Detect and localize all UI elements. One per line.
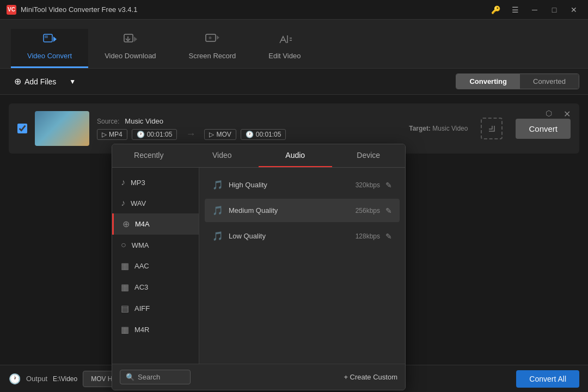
aac-label: AAC bbox=[134, 262, 149, 270]
add-files-dropdown-button[interactable]: ▼ bbox=[67, 75, 78, 89]
card-close-icon[interactable]: ✕ bbox=[564, 109, 571, 119]
clock-icon: 🕐 bbox=[9, 373, 21, 385]
resize-handle[interactable] bbox=[481, 118, 503, 139]
converting-converted-switcher: Converting Converted bbox=[456, 74, 579, 89]
card-external-icon[interactable]: ⬡ bbox=[546, 109, 552, 118]
source-format-icon: ▷ bbox=[102, 131, 107, 138]
aiff-label: AIFF bbox=[134, 304, 150, 313]
title-bar: VC MiniTool Video Converter Free v3.4.1 … bbox=[0, 0, 588, 20]
quality-low-icon: 🎵 bbox=[212, 231, 223, 241]
wav-label: WAV bbox=[131, 199, 146, 207]
wma-icon: ○ bbox=[121, 240, 126, 250]
key-button[interactable]: 🔑 bbox=[488, 2, 503, 17]
m4r-label: M4R bbox=[134, 326, 149, 334]
target-format: ▷ MOV bbox=[204, 129, 236, 140]
file-thumbnail bbox=[35, 111, 89, 146]
format-dropdown: Recently Video Audio Device ♪ MP3 ♪ WAV … bbox=[112, 144, 406, 390]
convert-button[interactable]: Convert bbox=[516, 119, 571, 139]
ac3-label: AC3 bbox=[134, 283, 148, 291]
window-controls: 🔑 ☰ ─ □ ✕ bbox=[488, 2, 581, 17]
format-item-mp3[interactable]: ♪ MP3 bbox=[112, 172, 199, 193]
create-custom-button[interactable]: + Create Custom bbox=[344, 373, 397, 381]
dropdown-tab-audio[interactable]: Audio bbox=[259, 144, 332, 167]
converting-tab-button[interactable]: Converting bbox=[456, 74, 520, 89]
target-format-icon: ▷ bbox=[209, 131, 214, 138]
quality-high-bitrate: 320kbps bbox=[356, 181, 380, 189]
tab-screen-record[interactable]: Screen Record bbox=[173, 29, 253, 68]
tab-edit-video[interactable]: Edit Video bbox=[252, 29, 317, 68]
nav-tabs: Video Convert Video Download Screen Reco… bbox=[0, 20, 588, 69]
format-item-wav[interactable]: ♪ WAV bbox=[112, 193, 199, 213]
svg-marker-1 bbox=[53, 36, 57, 42]
dropdown-tab-device[interactable]: Device bbox=[332, 144, 406, 167]
quality-low-label: Low Quality bbox=[229, 232, 350, 240]
target-duration-value: 00:01:05 bbox=[256, 131, 281, 138]
search-icon: 🔍 bbox=[126, 373, 134, 381]
maximize-button[interactable]: □ bbox=[547, 2, 562, 17]
format-item-wma[interactable]: ○ WMA bbox=[112, 235, 199, 255]
aiff-icon: ▤ bbox=[121, 303, 129, 314]
tab-video-download[interactable]: Video Download bbox=[88, 29, 172, 68]
file-checkbox[interactable] bbox=[17, 124, 27, 133]
quality-item-medium[interactable]: 🎵 Medium Quality 256kbps ✎ bbox=[205, 199, 400, 222]
mp3-icon: ♪ bbox=[121, 177, 125, 187]
dropdown-tab-video[interactable]: Video bbox=[186, 144, 259, 167]
wma-label: WMA bbox=[132, 241, 149, 249]
search-placeholder: Search bbox=[138, 373, 160, 381]
quality-item-high[interactable]: 🎵 High Quality 320kbps ✎ bbox=[205, 173, 400, 197]
converted-tab-button[interactable]: Converted bbox=[520, 74, 579, 89]
source-name: Music Video bbox=[125, 117, 163, 125]
clock-icon-source: 🕐 bbox=[137, 131, 145, 138]
svg-rect-0 bbox=[44, 34, 52, 42]
quality-low-edit-icon[interactable]: ✎ bbox=[385, 232, 392, 241]
close-button[interactable]: ✕ bbox=[566, 2, 581, 17]
quality-high-edit-icon[interactable]: ✎ bbox=[385, 181, 392, 189]
add-icon: ⊕ bbox=[14, 76, 21, 87]
output-path: E:\Video bbox=[53, 375, 77, 383]
svg-marker-7 bbox=[217, 35, 219, 40]
quality-low-bitrate: 128kbps bbox=[356, 232, 380, 240]
mp3-label: MP3 bbox=[131, 179, 145, 187]
svg-point-8 bbox=[209, 36, 211, 39]
quality-medium-label: Medium Quality bbox=[229, 206, 350, 215]
quality-medium-icon: 🎵 bbox=[212, 205, 223, 216]
dropdown-body: ♪ MP3 ♪ WAV ⊕ M4A ○ WMA ▦ AAC bbox=[112, 168, 405, 364]
format-item-aac[interactable]: ▦ AAC bbox=[112, 255, 199, 277]
source-format: ▷ MP4 bbox=[97, 129, 127, 140]
svg-marker-4 bbox=[134, 36, 137, 42]
source-label: Source: bbox=[97, 118, 119, 125]
minimize-button[interactable]: ─ bbox=[527, 2, 542, 17]
quality-list: 🎵 High Quality 320kbps ✎ 🎵 Medium Qualit… bbox=[199, 168, 405, 364]
format-list: ♪ MP3 ♪ WAV ⊕ M4A ○ WMA ▦ AAC bbox=[112, 168, 199, 364]
wav-icon: ♪ bbox=[121, 198, 125, 208]
source-format-label: MP4 bbox=[109, 131, 122, 138]
menu-button[interactable]: ☰ bbox=[507, 2, 523, 17]
file-info: Source: Music Video ▷ MP4 🕐 00:01:05 → ▷… bbox=[97, 117, 396, 140]
m4r-icon: ▦ bbox=[121, 324, 129, 335]
aac-icon: ▦ bbox=[121, 261, 129, 271]
video-convert-icon bbox=[42, 33, 57, 48]
m4a-label: M4A bbox=[135, 220, 150, 228]
search-box[interactable]: 🔍 Search bbox=[120, 370, 191, 384]
toolbar: ⊕ Add Files ▼ Converting Converted bbox=[0, 69, 588, 95]
tab-video-convert[interactable]: Video Convert bbox=[11, 29, 88, 68]
app-title: MiniTool Video Converter Free v3.4.1 bbox=[21, 5, 137, 14]
m4a-icon: ⊕ bbox=[122, 219, 130, 229]
quality-medium-edit-icon[interactable]: ✎ bbox=[385, 206, 392, 215]
dropdown-tab-recently[interactable]: Recently bbox=[112, 144, 186, 167]
clock-icon-target: 🕐 bbox=[246, 131, 254, 138]
format-item-m4a[interactable]: ⊕ M4A bbox=[112, 213, 199, 235]
tab-video-download-label: Video Download bbox=[105, 52, 156, 60]
format-item-m4r[interactable]: ▦ M4R bbox=[112, 319, 199, 340]
dropdown-footer: 🔍 Search + Create Custom bbox=[112, 364, 405, 390]
format-item-ac3[interactable]: ▦ AC3 bbox=[112, 277, 199, 298]
convert-all-button[interactable]: Convert All bbox=[516, 370, 579, 388]
edit-video-icon bbox=[278, 33, 292, 48]
add-files-button[interactable]: ⊕ Add Files bbox=[9, 73, 62, 90]
target-duration: 🕐 00:01:05 bbox=[241, 129, 286, 140]
add-files-label: Add Files bbox=[24, 77, 56, 86]
quality-item-low[interactable]: 🎵 Low Quality 128kbps ✎ bbox=[205, 224, 400, 248]
title-left: VC MiniTool Video Converter Free v3.4.1 bbox=[7, 5, 137, 15]
format-item-aiff[interactable]: ▤ AIFF bbox=[112, 298, 199, 319]
quality-medium-bitrate: 256kbps bbox=[356, 207, 380, 215]
